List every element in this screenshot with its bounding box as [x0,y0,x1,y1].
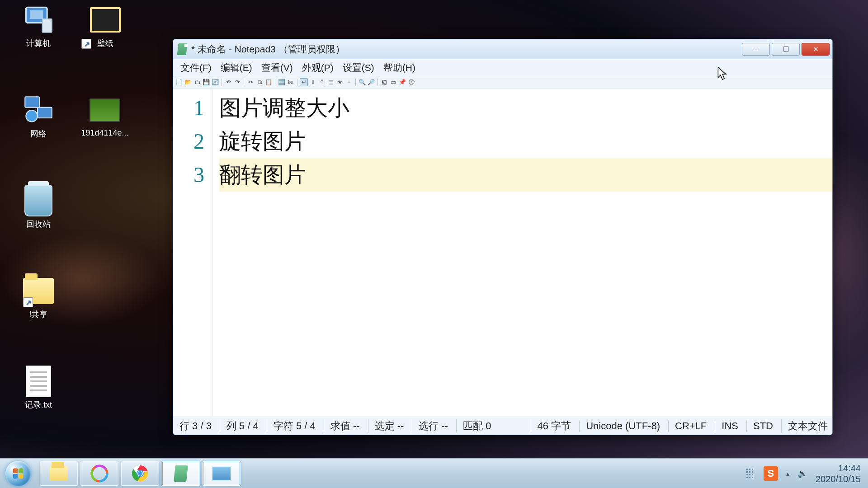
save-icon[interactable]: 💾 [202,78,210,86]
chrome-icon [131,465,149,483]
taskbar: S ▴ 🔈 14:44 2020/10/15 [0,458,868,488]
zoom-in-icon[interactable]: 🔍 [358,78,366,86]
zoom-out-icon[interactable]: 🔎 [367,78,375,86]
open-file-icon[interactable]: 📂 [184,78,192,86]
folder-icon: ↗ [22,275,55,307]
status-eval[interactable]: 求值 -- [324,419,360,433]
volume-icon[interactable]: 🔈 [797,469,807,479]
menubar: 文件(F) 编辑(E) 查看(V) 外观(P) 设置(S) 帮助(H) [173,59,832,76]
picture-icon [89,94,121,127]
tray-drag-handle-icon[interactable] [746,465,755,483]
status-sel-lines[interactable]: 选行 -- [412,419,448,433]
show-whitespace-icon[interactable]: · [345,78,353,86]
fold-icon[interactable]: ⤒ [318,78,326,86]
menu-view[interactable]: 查看(V) [257,60,297,76]
cursor-icon [717,67,728,80]
editor-area[interactable]: 1 2 3 图片调整大小 旋转图片 翻转图片 [173,88,832,417]
desktop-icon-recycle-bin[interactable]: 回收站 [14,184,63,230]
minimize-button[interactable]: — [742,43,770,56]
menu-settings[interactable]: 设置(S) [338,60,379,76]
clock-time: 14:44 [816,463,861,474]
ime-indicator[interactable]: S [764,466,778,481]
customize-icon[interactable]: ▭ [389,78,397,86]
icon-label: 计算机 [14,38,63,49]
desktop-icon-notes-txt[interactable]: 记录.txt [14,365,63,410]
status-std[interactable]: STD [746,420,773,432]
wordwrap-icon[interactable]: ↵ [300,78,308,86]
titlebar[interactable]: * 未命名 - Notepad3 （管理员权限） — ☐ ✕ [173,39,832,59]
task-notepad3[interactable] [162,461,200,486]
status-char[interactable]: 字符 5 / 4 [267,419,316,433]
pin-icon[interactable]: 📌 [398,78,406,86]
app-icon [177,43,188,55]
shortcut-badge-icon: ↗ [23,297,33,307]
maximize-button[interactable]: ☐ [772,43,800,56]
menu-help[interactable]: 帮助(H) [379,60,420,76]
desktop-icon-computer[interactable]: 计算机 [14,4,63,49]
status-filetype[interactable]: 文本文件 [781,419,828,433]
folder-icon: ↗ [89,4,122,36]
shortcut-badge-icon: ↗ [81,39,91,49]
svg-rect-2 [42,19,52,33]
status-matches[interactable]: 匹配 0 [456,419,491,433]
editor-line: 旋转图片 [219,125,832,158]
task-image-viewer[interactable] [203,461,241,486]
browse-icon[interactable]: 🗀 [193,78,201,86]
line-number: 1 [173,91,204,125]
exec-icon[interactable]: ▤ [327,78,335,86]
status-encoding[interactable]: Unicode (UTF-8) [579,420,660,432]
clock-date: 2020/10/15 [816,474,861,484]
copy-icon[interactable]: ⧉ [255,78,264,86]
menu-appearance[interactable]: 外观(P) [297,60,338,76]
status-bytes[interactable]: 46 字节 [531,419,571,433]
icon-label: 记录.txt [14,399,63,410]
svg-point-13 [138,471,142,476]
svg-rect-1 [30,10,43,19]
undo-icon[interactable]: ↶ [224,78,232,86]
swirl-browser-icon [90,465,108,483]
status-eol[interactable]: CR+LF [668,420,707,432]
status-row[interactable]: 行 3 / 3 [178,419,212,433]
svg-point-5 [26,110,38,122]
tray-expand-icon[interactable]: ▴ [786,470,789,477]
favorite-icon[interactable]: ★ [336,78,344,86]
indent-guides-icon[interactable]: ⫴ [309,78,317,86]
task-browser-1[interactable] [80,461,118,486]
notepad3-icon [174,465,188,482]
status-column[interactable]: 列 5 / 4 [220,419,259,433]
close-button[interactable]: ✕ [802,43,830,56]
notepad3-window: * 未命名 - Notepad3 （管理员权限） — ☐ ✕ 文件(F) 编辑(… [173,39,833,435]
windows-logo-icon [5,461,31,486]
recycle-bin-icon [22,184,55,217]
start-button[interactable] [0,459,36,488]
image-viewer-icon [212,466,231,481]
task-file-explorer[interactable] [40,461,78,486]
word-icon[interactable]: ba [287,78,295,86]
status-insert-mode[interactable]: INS [715,420,738,432]
svg-rect-4 [38,108,52,118]
menu-edit[interactable]: 编辑(E) [216,60,257,76]
line-number: 2 [173,125,204,158]
menu-file[interactable]: 文件(F) [176,60,216,76]
refresh-icon[interactable]: 🔄 [211,78,219,86]
tray-clock[interactable]: 14:44 2020/10/15 [816,463,863,484]
text-file-icon [22,365,55,398]
line-number-gutter: 1 2 3 [173,89,213,417]
icon-label: 回收站 [14,219,63,230]
new-file-icon[interactable]: 📄 [175,78,183,86]
task-chrome[interactable] [121,461,159,486]
computer-icon [22,4,55,36]
desktop-icon-share[interactable]: ↗ !共享 [14,275,63,320]
scheme-icon[interactable]: ▧ [380,78,388,86]
cut-icon[interactable]: ✂ [246,78,255,86]
text-content[interactable]: 图片调整大小 旋转图片 翻转图片 [213,89,832,417]
desktop-icon-network[interactable]: 网络 [14,94,63,139]
redo-icon[interactable]: ↷ [233,78,241,86]
find-replace-icon[interactable]: 🔤 [278,78,286,86]
status-selection[interactable]: 选定 -- [368,419,404,433]
desktop-icon-picture[interactable]: 191d4114e... [71,94,139,138]
icon-label: !共享 [14,309,63,320]
desktop-icon-wallpaper[interactable]: ↗ 壁纸 [80,4,130,49]
clear-icon[interactable]: ⓧ [407,78,415,86]
paste-icon[interactable]: 📋 [264,78,273,86]
